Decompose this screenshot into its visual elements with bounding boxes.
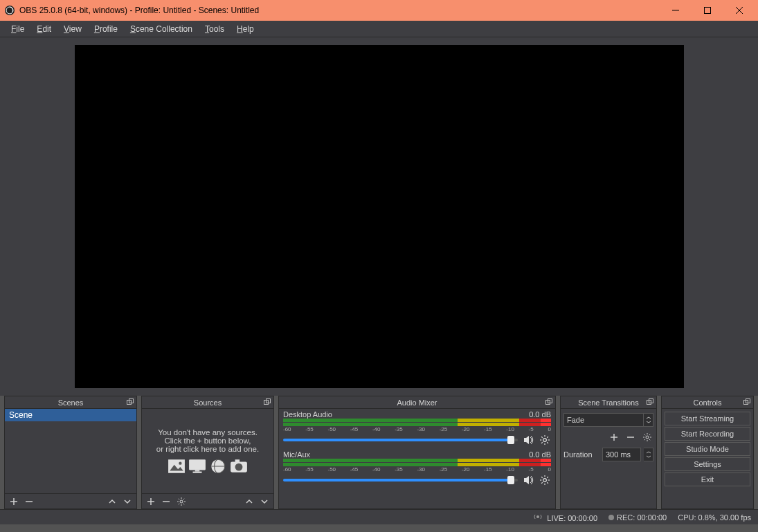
menu-view[interactable]: View (58, 23, 87, 35)
studio-mode-button[interactable]: Studio Mode (665, 442, 750, 456)
svg-point-48 (543, 479, 547, 482)
remove-scene-button[interactable] (21, 495, 37, 508)
transition-select[interactable]: Fade (563, 413, 653, 427)
sources-empty-text-3: or right click here to add one. (156, 445, 259, 453)
menu-edit[interactable]: Edit (31, 23, 57, 35)
sources-empty-body[interactable]: You don't have any sources. Click the + … (142, 409, 273, 493)
svg-point-62 (646, 436, 649, 439)
svg-line-54 (547, 482, 548, 484)
status-rec: REC: 00:00:00 (608, 513, 667, 522)
sources-title: Sources (194, 398, 222, 407)
remove-transition-button[interactable] (624, 431, 637, 443)
mixer-channel-desktop: Desktop Audio 0.0 dB -60-55-50-45-40-35-… (283, 410, 551, 446)
svg-rect-16 (189, 459, 206, 470)
svg-rect-18 (193, 472, 202, 473)
mute-button-mic[interactable] (522, 474, 534, 486)
exit-button[interactable]: Exit (665, 473, 750, 486)
add-source-button[interactable] (143, 495, 159, 508)
svg-point-15 (179, 462, 181, 465)
svg-rect-13 (168, 459, 185, 473)
volume-slider-desktop[interactable] (283, 439, 518, 441)
svg-line-46 (541, 442, 543, 443)
svg-line-56 (541, 482, 543, 484)
camera-source-icon (230, 459, 248, 474)
slider-thumb-icon[interactable] (507, 476, 514, 484)
svg-point-26 (180, 500, 183, 503)
globe-source-icon (209, 459, 227, 474)
svg-line-68 (649, 439, 650, 440)
svg-line-69 (649, 434, 650, 435)
mixer-meter-bot (283, 463, 551, 466)
scene-move-down-button[interactable] (120, 495, 135, 508)
scenes-popout-icon[interactable] (125, 397, 135, 407)
source-move-up-button[interactable] (242, 495, 257, 508)
duration-stepper[interactable] (644, 448, 653, 461)
meter-scale: -60-55-50-45-40-35-30-25-20-15-10-50 (283, 466, 551, 473)
svg-line-33 (183, 498, 184, 499)
mixer-ch-db: 0.0 dB (529, 450, 551, 459)
controls-title: Controls (694, 398, 722, 407)
transition-properties-button[interactable] (641, 431, 653, 443)
menu-scene-collection[interactable]: Scene Collection (125, 23, 198, 35)
transition-selected: Fade (563, 413, 644, 427)
controls-panel: Controls Start Streaming Start Recording… (661, 396, 754, 509)
menu-help[interactable]: Help (231, 23, 260, 35)
preview-area (0, 37, 758, 396)
svg-rect-21 (235, 459, 240, 462)
minimize-button[interactable] (660, 0, 692, 21)
sources-empty-text-2: Click the + button below, (165, 437, 251, 445)
svg-point-73 (536, 515, 539, 518)
menu-bar: File Edit View Profile Scene Collection … (0, 21, 758, 37)
window-title: OBS 25.0.8 (64-bit, windows) - Profile: … (19, 6, 660, 15)
svg-line-43 (541, 437, 543, 438)
source-properties-button[interactable] (174, 495, 189, 508)
broadcast-icon (534, 513, 542, 521)
remove-source-button[interactable] (159, 495, 174, 508)
scene-item[interactable]: Scene (5, 409, 136, 421)
scene-move-up-button[interactable] (105, 495, 120, 508)
svg-marker-47 (524, 476, 529, 484)
mixer-settings-mic[interactable] (539, 474, 551, 486)
title-bar: OBS 25.0.8 (64-bit, windows) - Profile: … (0, 0, 758, 21)
menu-file[interactable]: File (6, 23, 30, 35)
image-source-icon (168, 459, 186, 474)
svg-line-55 (547, 477, 548, 478)
obs-logo-icon (4, 5, 15, 16)
scenes-title: Scenes (58, 398, 84, 407)
status-cpu: CPU: 0.8%, 30.00 fps (678, 513, 751, 522)
slider-thumb-icon[interactable] (507, 436, 514, 444)
svg-line-32 (183, 503, 184, 504)
status-live: LIVE: 00:00:00 (534, 513, 597, 522)
source-move-down-button[interactable] (257, 495, 272, 508)
close-button[interactable] (723, 0, 755, 21)
add-transition-button[interactable] (608, 431, 620, 443)
svg-line-44 (547, 442, 548, 443)
svg-line-70 (644, 439, 645, 440)
mute-button-desktop[interactable] (522, 434, 534, 446)
menu-tools[interactable]: Tools (199, 23, 230, 35)
svg-point-22 (235, 464, 243, 471)
start-streaming-button[interactable]: Start Streaming (665, 412, 750, 425)
mixer-popout-icon[interactable] (544, 397, 554, 407)
sources-panel: Sources You don't have any sources. Clic… (141, 396, 274, 509)
start-recording-button[interactable]: Start Recording (665, 427, 750, 441)
controls-popout-icon[interactable] (742, 397, 752, 407)
transitions-title: Scene Transitions (578, 398, 638, 407)
menu-profile[interactable]: Profile (89, 23, 123, 35)
volume-slider-mic[interactable] (283, 479, 518, 481)
settings-button[interactable]: Settings (665, 457, 750, 471)
mixer-meter-bot (283, 423, 551, 426)
add-scene-button[interactable] (6, 495, 21, 508)
audio-mixer-panel: Audio Mixer Desktop Audio 0.0 dB -60-55-… (278, 396, 556, 509)
duration-input[interactable]: 300 ms (602, 448, 641, 461)
maximize-button[interactable] (692, 0, 723, 21)
sources-popout-icon[interactable] (262, 397, 272, 407)
preview-canvas[interactable] (75, 45, 684, 388)
mixer-settings-desktop[interactable] (539, 434, 551, 446)
transition-dropdown-icon[interactable] (644, 413, 653, 427)
transitions-popout-icon[interactable] (645, 397, 655, 407)
transitions-panel: Scene Transitions Fade Duration 300 ms (560, 396, 657, 509)
mixer-channel-mic: Mic/Aux 0.0 dB -60-55-50-45-40-35-30-25-… (283, 450, 551, 486)
svg-line-67 (644, 434, 645, 435)
status-bar: LIVE: 00:00:00 REC: 00:00:00 CPU: 0.8%, … (0, 509, 758, 524)
